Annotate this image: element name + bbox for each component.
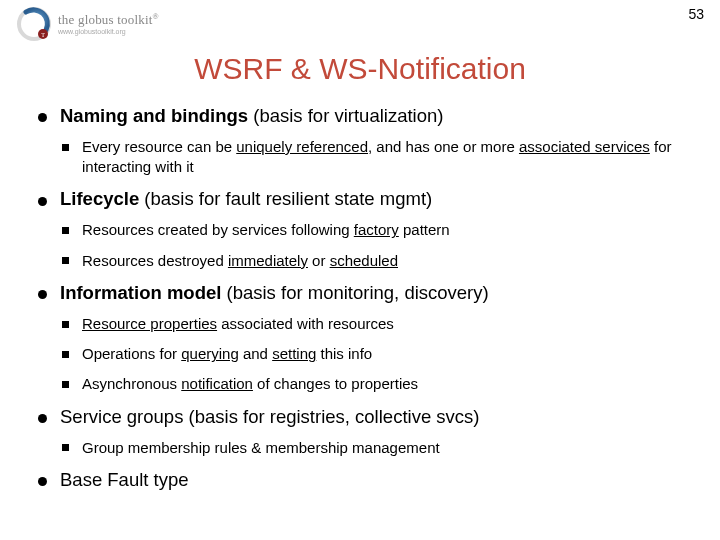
brand-text: the globus toolkit® www.globustoolkit.or… <box>58 13 159 35</box>
sub-item: Resources destroyed immediately or sched… <box>60 251 690 271</box>
bullet-base-fault: Base Fault type <box>38 468 690 493</box>
t: Asynchronous <box>82 375 181 392</box>
t: Resources destroyed <box>82 252 228 269</box>
content: Naming and bindings (basis for virtualiz… <box>16 104 704 493</box>
t: scheduled <box>330 252 398 269</box>
brand-name-text: the globus toolkit <box>58 12 153 27</box>
t: pattern <box>399 221 450 238</box>
t: immediately <box>228 252 308 269</box>
brand-name: the globus toolkit® <box>58 13 159 26</box>
bullet-strong: Naming and bindings <box>60 105 248 126</box>
t: of changes to properties <box>253 375 418 392</box>
header: T the globus toolkit® www.globustoolkit.… <box>16 6 704 42</box>
t: querying <box>181 345 239 362</box>
brand-reg: ® <box>153 12 159 21</box>
sub-item: Resources created by services following … <box>60 220 690 240</box>
slide: T the globus toolkit® www.globustoolkit.… <box>0 0 720 540</box>
sublist: Group membership rules & membership mana… <box>60 438 690 458</box>
t: Operations for <box>82 345 181 362</box>
t: uniquely referenced <box>236 138 368 155</box>
t: and <box>239 345 272 362</box>
sublist: Resources created by services following … <box>60 220 690 271</box>
svg-text:T: T <box>41 32 45 38</box>
sub-item: Resource properties associated with reso… <box>60 314 690 334</box>
sublist: Every resource can be uniquely reference… <box>60 137 690 178</box>
t: notification <box>181 375 253 392</box>
bullet-information: Information model (basis for monitoring,… <box>38 281 690 395</box>
t: , and has one or more <box>368 138 519 155</box>
bullet-strong: Lifecycle <box>60 188 139 209</box>
t: setting <box>272 345 316 362</box>
t: Resource properties <box>82 315 217 332</box>
globus-swirl-icon: T <box>16 6 52 42</box>
t: factory <box>354 221 399 238</box>
sub-item: Asynchronous notification of changes to … <box>60 374 690 394</box>
sub-item: Every resource can be uniquely reference… <box>60 137 690 178</box>
t: this info <box>316 345 372 362</box>
t: associated with resources <box>217 315 394 332</box>
bullet-rest: (basis for monitoring, discovery) <box>221 282 488 303</box>
bullet-text: Service groups (basis for registries, co… <box>60 406 479 427</box>
bullet-naming: Naming and bindings (basis for virtualiz… <box>38 104 690 177</box>
brand-url: www.globustoolkit.org <box>58 28 159 35</box>
t: Every resource can be <box>82 138 236 155</box>
bullet-service-groups: Service groups (basis for registries, co… <box>38 405 690 458</box>
bullet-rest: (basis for virtualization) <box>248 105 443 126</box>
logo: T the globus toolkit® www.globustoolkit.… <box>16 6 159 42</box>
bullet-strong: Information model <box>60 282 221 303</box>
slide-title: WSRF & WS-Notification <box>16 52 704 86</box>
sublist: Resource properties associated with reso… <box>60 314 690 395</box>
sub-item: Operations for querying and setting this… <box>60 344 690 364</box>
bullet-lifecycle: Lifecycle (basis for fault resilient sta… <box>38 187 690 270</box>
bullet-rest: (basis for fault resilient state mgmt) <box>139 188 432 209</box>
page-number: 53 <box>688 6 704 22</box>
sub-item: Group membership rules & membership mana… <box>60 438 690 458</box>
t: or <box>308 252 330 269</box>
t: Resources created by services following <box>82 221 354 238</box>
t: associated services <box>519 138 650 155</box>
bullet-list: Naming and bindings (basis for virtualiz… <box>38 104 690 493</box>
bullet-text: Base Fault type <box>60 469 189 490</box>
